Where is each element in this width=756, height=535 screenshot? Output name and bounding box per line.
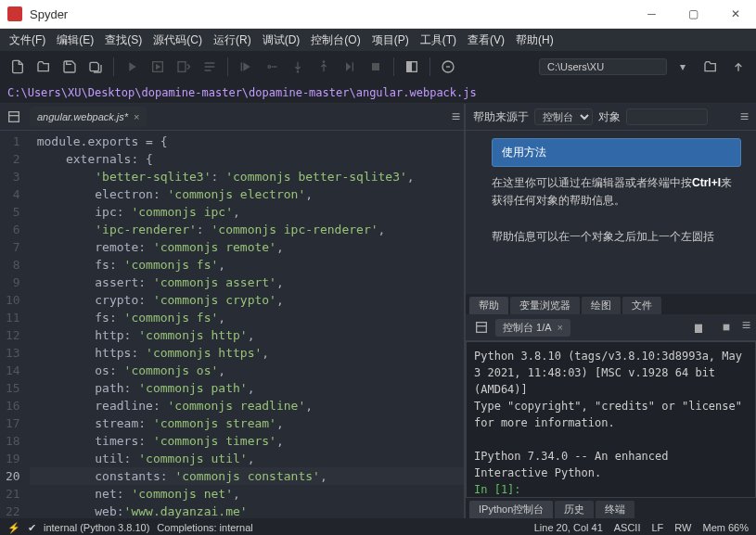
svg-rect-6 [372,63,379,70]
parent-dir-icon[interactable] [728,57,749,77]
svg-rect-2 [241,62,242,70]
menu-item[interactable]: 运行(R) [208,32,257,48]
console-browse-icon[interactable] [471,317,492,338]
menu-item[interactable]: 源代码(C) [147,32,208,48]
pythonpath-icon[interactable] [438,57,458,77]
cursor-position: Line 20, Col 41 [534,522,603,533]
debug-step-out-icon[interactable] [314,57,334,77]
debug-step-icon[interactable] [262,57,282,77]
panel-tab[interactable]: 终端 [596,501,634,518]
svg-rect-10 [9,112,19,122]
console-menu-icon[interactable]: ≡ [742,317,750,338]
encoding-status[interactable]: ASCII [614,522,641,533]
breadcrumb: C:\Users\XU\Desktop\dopamine-master\dopa… [0,83,756,104]
file-browser-icon[interactable] [4,107,24,127]
editor-menu-icon[interactable]: ≡ [452,108,460,125]
max-pane-icon[interactable] [402,57,422,77]
console-tab[interactable]: 控制台 1/A × [495,319,570,337]
close-console-icon[interactable]: × [557,322,563,333]
interrupt-icon[interactable] [716,317,737,338]
help-menu-icon[interactable]: ≡ [740,108,749,125]
app-icon [7,6,22,21]
svg-point-3 [268,66,271,69]
minimize-button[interactable]: ─ [631,0,673,28]
svg-rect-12 [723,325,729,331]
svg-rect-8 [407,62,412,72]
menu-item[interactable]: 查看(V) [462,32,510,48]
window-title: Spyder [30,7,631,21]
menu-item[interactable]: 帮助(H) [510,32,559,48]
menu-item[interactable]: 控制台(O) [305,32,365,48]
menu-item[interactable]: 文件(F) [4,32,51,48]
toolbar: C:\Users\XU ▾ [0,51,756,83]
save-all-icon[interactable] [85,57,106,77]
maximize-button[interactable]: ▢ [673,0,714,28]
close-button[interactable]: ✕ [714,0,756,28]
run-cell-icon[interactable] [147,57,168,77]
help-object-label: 对象 [598,109,621,125]
menu-item[interactable]: 编辑(E) [51,32,99,48]
run-selection-icon[interactable] [199,57,220,77]
menubar: 文件(F)编辑(E)查找(S)源代码(C)运行(R)调试(D)控制台(O)项目(… [0,29,756,51]
eol-status[interactable]: LF [651,522,663,533]
help-text: 在这里你可以通过在编辑器或者终端中按Ctrl+I来获得任何对象的帮助信息。 帮助… [492,174,741,246]
cwd-field[interactable]: C:\Users\XU [539,58,667,75]
close-tab-icon[interactable]: × [134,111,139,122]
open-file-icon[interactable] [33,57,54,77]
lsp-status-icon: ⚡ [7,522,20,534]
kite-status-icon: ✔ [28,522,36,534]
run-icon[interactable] [122,57,142,77]
svg-point-4 [297,71,298,72]
help-object-input[interactable] [626,108,708,125]
help-source-label: 帮助来源于 [473,109,529,125]
save-icon[interactable] [59,57,80,77]
editor-tab-label: angular.webpack.js* [37,111,128,122]
debug-stop-icon[interactable] [365,57,386,77]
menu-item[interactable]: 项目(P) [366,32,415,48]
panel-tab[interactable]: IPython控制台 [469,501,553,518]
status-bar: ⚡ ✔ internal (Python 3.8.10) Completions… [0,518,756,535]
menu-item[interactable]: 调试(D) [257,32,306,48]
svg-rect-11 [477,323,487,333]
ipython-console[interactable]: Python 3.8.10 (tags/v3.8.10:3d8993a, May… [466,341,756,498]
new-file-icon[interactable] [7,57,28,77]
completions-status[interactable]: Completions: internal [157,522,252,533]
interpreter-status[interactable]: internal (Python 3.8.10) [44,522,149,533]
panel-tab[interactable]: 文件 [622,297,661,314]
svg-point-5 [323,61,324,62]
run-cell-advance-icon[interactable] [173,57,194,77]
mem-status: Mem 66% [702,522,749,533]
menu-item[interactable]: 查找(S) [99,32,147,48]
panel-tab[interactable]: 绘图 [582,297,621,314]
cwd-dropdown-icon[interactable]: ▾ [673,57,693,77]
code-editor[interactable]: 1234567891011121314151617181920212223242… [0,131,464,518]
help-usage-title: 使用方法 [492,138,741,167]
rw-status: RW [674,522,691,533]
menu-item[interactable]: 工具(T) [415,32,462,48]
titlebar: Spyder ─ ▢ ✕ [0,0,756,29]
help-source-select[interactable]: 控制台 [534,108,593,125]
help-panel-tabs: 帮助变量浏览器绘图文件 [466,294,756,314]
debug-icon[interactable] [236,57,256,77]
debug-step-in-icon[interactable] [288,57,308,77]
delete-vars-icon[interactable] [688,317,709,338]
debug-continue-icon[interactable] [340,57,360,77]
panel-tab[interactable]: 变量浏览器 [510,297,580,314]
panel-tab[interactable]: 历史 [555,501,594,518]
browse-folder-icon[interactable] [700,57,721,77]
panel-tab[interactable]: 帮助 [469,297,508,314]
svg-rect-1 [178,62,186,72]
line-gutter: 1234567891011121314151617181920212223242… [0,131,30,518]
console-panel-tabs: IPython控制台历史终端 [466,498,756,518]
editor-tab[interactable]: angular.webpack.js* × [30,107,147,127]
